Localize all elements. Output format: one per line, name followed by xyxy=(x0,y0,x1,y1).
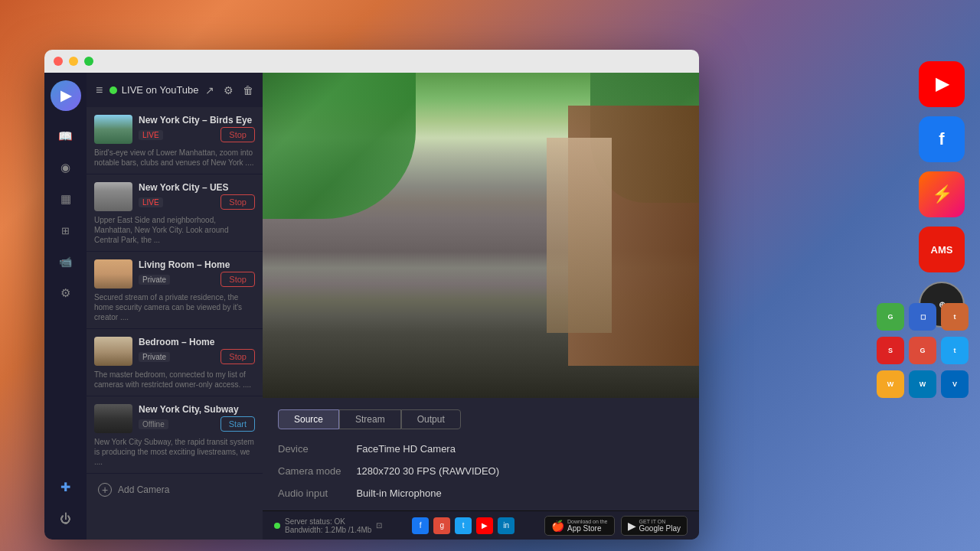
maximize-button[interactable] xyxy=(84,57,93,66)
camera-status-row-0: LIVE Stop xyxy=(139,127,255,142)
footer-google[interactable]: g xyxy=(433,517,450,534)
nav-icon-power[interactable]: ⏻ xyxy=(52,504,80,532)
small-icon-4[interactable]: S xyxy=(877,337,904,364)
camera-name-3: Bedroom – Home xyxy=(139,337,255,347)
camera-thumb-2 xyxy=(94,259,132,289)
camera-desc-4: New York City Subway, the rapid transit … xyxy=(94,437,255,467)
youtube-desktop-icon[interactable]: ▶ xyxy=(919,61,965,107)
footer-twitter[interactable]: t xyxy=(455,517,472,534)
menu-icon[interactable]: ≡ xyxy=(96,83,103,97)
main-content: Source Stream Output Device FaceTime HD … xyxy=(263,73,699,540)
share-icon[interactable]: ↗ xyxy=(205,84,214,96)
facebook-desktop-icon[interactable]: f xyxy=(919,116,965,162)
top-bar-actions: ↗ ⚙ 🗑 xyxy=(205,84,253,96)
small-icon-2[interactable]: ◻ xyxy=(909,303,936,331)
minimize-button[interactable] xyxy=(69,57,78,66)
camera-status-1: LIVE xyxy=(139,197,163,207)
google-play-btn[interactable]: ▶ GET IT ON Google Play xyxy=(621,516,688,536)
camera-status-3: Private xyxy=(139,352,170,362)
footer-stores: 🍎 Download on the App Store ▶ GET IT ON … xyxy=(544,516,688,536)
nav-icon-list[interactable]: ▦ xyxy=(52,185,80,213)
camera-stop-btn-2[interactable]: Stop xyxy=(220,272,255,287)
device-value: FaceTime HD Camera xyxy=(356,443,684,455)
camera-status-row-1: LIVE Stop xyxy=(139,194,255,210)
nav-icon-plus[interactable]: ✚ xyxy=(52,473,80,500)
camera-name-2: Living Room – Home xyxy=(139,259,255,270)
bottom-panel: Source Stream Output Device FaceTime HD … xyxy=(263,398,699,510)
camera-item-3[interactable]: Bedroom – Home Private Stop The master b… xyxy=(87,329,263,396)
server-status: Server status: OK Bandwidth: 1.2Mb /1.4M… xyxy=(274,517,382,534)
camera-status-0: LIVE xyxy=(139,130,163,140)
camera-status-2: Private xyxy=(139,275,170,285)
nav-icon-book[interactable]: 📖 xyxy=(52,122,80,150)
camera-desc-2: Secured stream of a private residence, t… xyxy=(94,292,255,322)
desktop-icons-bottom: G ◻ t S G t W W V xyxy=(877,303,969,398)
camera-item-4[interactable]: New York City, Subway Offline Start New … xyxy=(87,396,263,474)
camera-status-row-2: Private Stop xyxy=(139,272,255,287)
tab-source[interactable]: Source xyxy=(278,409,339,429)
camera-start-btn-4[interactable]: Start xyxy=(220,416,255,432)
camera-stop-btn-0[interactable]: Stop xyxy=(220,127,255,142)
settings-icon[interactable]: ⚙ xyxy=(224,84,234,96)
tab-stream[interactable]: Stream xyxy=(339,409,401,429)
audio-input-value: Built-in Microphone xyxy=(356,487,684,499)
add-circle-icon: + xyxy=(98,483,112,497)
ams-desktop-icon[interactable]: AMS xyxy=(919,227,965,272)
small-icon-9[interactable]: V xyxy=(941,370,969,398)
footer-linkedin[interactable]: in xyxy=(498,517,514,534)
nav-icon-location[interactable]: ◉ xyxy=(52,154,80,181)
nav-icon-settings[interactable]: ⚙ xyxy=(52,279,80,307)
audio-input-label: Audio input xyxy=(278,487,341,499)
tab-output[interactable]: Output xyxy=(401,409,461,429)
small-icon-5[interactable]: G xyxy=(909,337,936,364)
flash-desktop-icon[interactable]: ⚡ xyxy=(919,171,965,217)
small-icon-1[interactable]: G xyxy=(877,303,904,331)
footer-facebook[interactable]: f xyxy=(412,517,429,534)
video-preview xyxy=(263,73,699,398)
camera-name-4: New York City, Subway xyxy=(139,404,255,415)
server-status-label: Server status: OK xyxy=(285,517,371,526)
camera-item-2[interactable]: Living Room – Home Private Stop Secured … xyxy=(87,252,263,329)
camera-thumb-1 xyxy=(94,182,132,211)
camera-thumb-3 xyxy=(94,337,132,366)
tree-left xyxy=(263,73,416,219)
camera-stop-btn-3[interactable]: Stop xyxy=(220,349,255,364)
camera-thumb-4 xyxy=(94,404,132,433)
footer: Server status: OK Bandwidth: 1.2Mb /1.4M… xyxy=(263,510,699,540)
camera-info-2: Living Room – Home Private Stop xyxy=(139,259,255,287)
app-store-btn[interactable]: 🍎 Download on the App Store xyxy=(544,516,615,536)
desktop-icon-column: ▶ f ⚡ AMS ⊕ xyxy=(919,61,965,328)
live-indicator: LIVE on YouTube xyxy=(109,84,199,96)
building-mid xyxy=(547,138,612,333)
footer-youtube[interactable]: ▶ xyxy=(476,517,493,534)
delete-icon[interactable]: 🗑 xyxy=(243,84,253,96)
bandwidth-label: Bandwidth: 1.2Mb /1.4Mb xyxy=(285,526,371,534)
camera-stop-btn-1[interactable]: Stop xyxy=(220,194,255,210)
app-window: ▶ 📖 ◉ ▦ ⊞ 📹 ⚙ ✚ ⏻ xyxy=(44,50,699,540)
camera-thumb-0 xyxy=(94,115,132,144)
camera-info-4: New York City, Subway Offline Start xyxy=(139,404,255,432)
camera-item-1[interactable]: New York City – UES LIVE Stop Upper East… xyxy=(87,174,263,252)
small-icon-7[interactable]: W xyxy=(877,370,904,398)
camera-desc-3: The master bedroom, connected to my list… xyxy=(94,370,255,390)
camera-info-3: Bedroom – Home Private Stop xyxy=(139,337,255,364)
close-button[interactable] xyxy=(54,57,63,66)
server-status-dot xyxy=(274,523,280,529)
live-label: LIVE on YouTube xyxy=(122,84,199,96)
bandwidth-icon: ⊡ xyxy=(376,521,382,530)
camera-mode-label: Camera mode xyxy=(278,465,341,477)
camera-item-0[interactable]: New York City – Birds Eye LIVE Stop Bird… xyxy=(87,107,263,174)
nav-icon-grid[interactable]: ⊞ xyxy=(52,217,80,244)
add-camera-btn[interactable]: + Add Camera xyxy=(87,474,263,506)
app-logo[interactable]: ▶ xyxy=(51,80,81,111)
top-bar: ≡ LIVE on YouTube ↗ ⚙ 🗑 xyxy=(87,73,263,107)
small-icon-6[interactable]: t xyxy=(941,337,969,364)
source-info: Device FaceTime HD Camera Camera mode 12… xyxy=(278,443,684,499)
small-icon-8[interactable]: W xyxy=(909,370,936,398)
small-icon-3[interactable]: t xyxy=(941,303,969,331)
camera-name-0: New York City – Birds Eye xyxy=(139,115,255,126)
camera-list: New York City – Birds Eye LIVE Stop Bird… xyxy=(87,107,263,506)
nav-icon-video[interactable]: 📹 xyxy=(52,248,80,276)
video-background xyxy=(263,73,699,398)
camera-status-row-4: Offline Start xyxy=(139,416,255,432)
